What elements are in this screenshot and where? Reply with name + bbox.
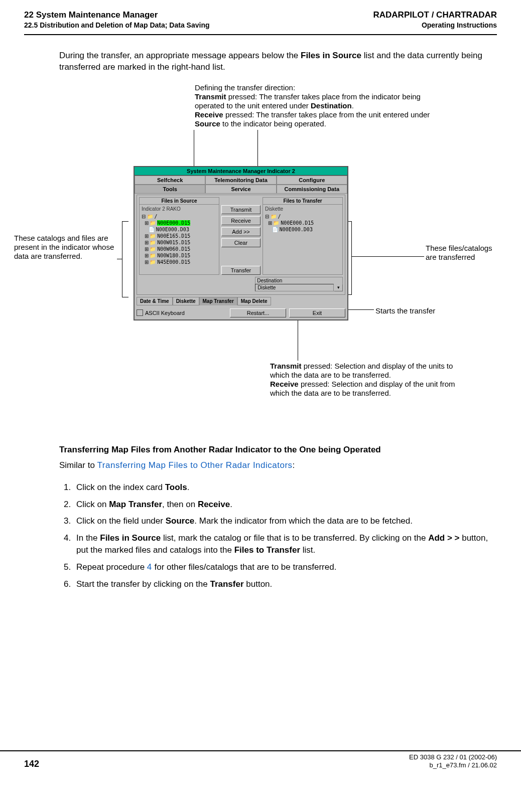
checkbox-icon[interactable] <box>137 309 143 316</box>
tab-configure[interactable]: Configure <box>277 176 347 185</box>
callout-line <box>351 256 424 257</box>
transmit-button[interactable]: Transmit <box>221 205 260 214</box>
list-item[interactable]: / <box>142 213 217 220</box>
tab-telemonitoring[interactable]: Telemonitoring Data <box>205 176 276 185</box>
header-rule <box>24 34 497 35</box>
subtab-date-time[interactable]: Date & Time <box>137 297 173 305</box>
indicator-field[interactable]: Indicator 2 RAKO <box>141 206 218 212</box>
window-title: System Maintenance Manager Indicator 2 <box>135 167 347 176</box>
callout-left: These catalogs and files are present in … <box>14 234 114 261</box>
list-item: In the Files in Source list, mark the ca… <box>73 532 497 556</box>
files-to-transfer-list[interactable]: / N00E000.D15 N00E000.D03 <box>264 212 341 273</box>
bracket <box>122 221 128 297</box>
list-item[interactable]: / <box>265 213 340 220</box>
list-item: Click on the index card Tools. <box>73 481 497 494</box>
clear-button[interactable]: Clear <box>221 238 260 247</box>
callout-right: These files/catalogs are transferred <box>426 244 496 262</box>
callout-line <box>117 259 122 259</box>
list-item: Click on the field under Source. Mark th… <box>73 515 497 527</box>
destination-label: Destination <box>255 277 343 284</box>
list-item: Repeat procedure 4 for other files/catal… <box>73 561 497 573</box>
intro-paragraph: During the transfer, an appropriate mess… <box>59 50 497 73</box>
tab-tools[interactable]: Tools <box>135 185 205 194</box>
exit-button[interactable]: Exit <box>289 308 345 317</box>
callout-starts-transfer: Starts the transfer <box>375 306 435 315</box>
list-item[interactable]: N00E165.D15 <box>142 233 217 239</box>
ascii-keyboard-toggle[interactable]: ASCII Keyboard <box>137 308 227 317</box>
list-item: Start the transfer by clicking on the Tr… <box>73 578 497 590</box>
doc-id: ED 3038 G 232 / 01 (2002-06) <box>409 753 497 761</box>
list-item[interactable]: N00E000.D03 <box>265 226 340 233</box>
subtab-diskette[interactable]: Diskette <box>173 297 199 305</box>
gui-window: System Maintenance Manager Indicator 2 S… <box>134 166 348 320</box>
header-left-sub: 22.5 Distribution and Deletion of Map Da… <box>24 21 210 29</box>
list-item[interactable]: N00W060.D15 <box>142 246 217 252</box>
add-button[interactable]: Add >> <box>221 227 260 236</box>
subtab-map-delete[interactable]: Map Delete <box>237 297 271 305</box>
files-to-transfer-title: Files to Transfer <box>263 198 342 205</box>
steps-list: Click on the index card Tools. Click on … <box>59 481 497 590</box>
destination-dropdown-icon[interactable]: ▾ <box>334 284 343 291</box>
cross-ref-link[interactable]: 4 <box>147 562 152 572</box>
destination-field[interactable]: Diskette <box>255 284 334 291</box>
list-item[interactable]: N00E000.D03 <box>142 226 217 233</box>
tab-service[interactable]: Service <box>205 185 276 194</box>
list-item[interactable]: N45E000.D15 <box>142 259 217 265</box>
header-left-title: 22 System Maintenance Manager <box>24 10 158 20</box>
list-item[interactable]: N00E000.D15 <box>142 220 217 226</box>
transfer-button[interactable]: Transfer <box>221 266 260 275</box>
callout-top: Defining the transfer direction: Transmi… <box>195 83 431 128</box>
callout-bottom: Transmit pressed: Selection and display … <box>270 362 471 398</box>
similar-to-line: Similar to Transferring Map Files to Oth… <box>59 460 497 471</box>
header-right-title: RADARPILOT / CHARTRADAR <box>373 10 497 20</box>
list-item[interactable]: N00W180.D15 <box>142 252 217 259</box>
files-in-source-list[interactable]: / N00E000.D15 N00E000.D03 N00E165.D15 N0… <box>141 212 218 273</box>
restart-button[interactable]: Restart... <box>230 308 286 317</box>
files-in-source-title: Files in Source <box>140 198 219 205</box>
diskette-field[interactable]: Diskette <box>264 206 341 212</box>
list-item[interactable]: N00E000.D15 <box>265 220 340 226</box>
section-heading: Transferring Map Files from Another Rada… <box>59 444 497 456</box>
subtab-map-transfer[interactable]: Map Transfer <box>199 297 237 305</box>
list-item: Click on Map Transfer, then on Receive. <box>73 499 497 511</box>
callout-line <box>298 315 298 361</box>
file-id: b_r1_e73.fm / 21.06.02 <box>409 761 497 769</box>
page-number: 142 <box>24 759 39 769</box>
tab-selfcheck[interactable]: Selfcheck <box>135 176 205 185</box>
header-right-sub: Operating Instructions <box>422 21 497 29</box>
receive-button[interactable]: Receive <box>221 216 260 225</box>
tab-commissioning[interactable]: Commissioning Data <box>277 185 347 194</box>
cross-ref-link[interactable]: Transferring Map Files to Other Radar In… <box>97 460 293 470</box>
list-item[interactable]: N00W015.D15 <box>142 239 217 246</box>
